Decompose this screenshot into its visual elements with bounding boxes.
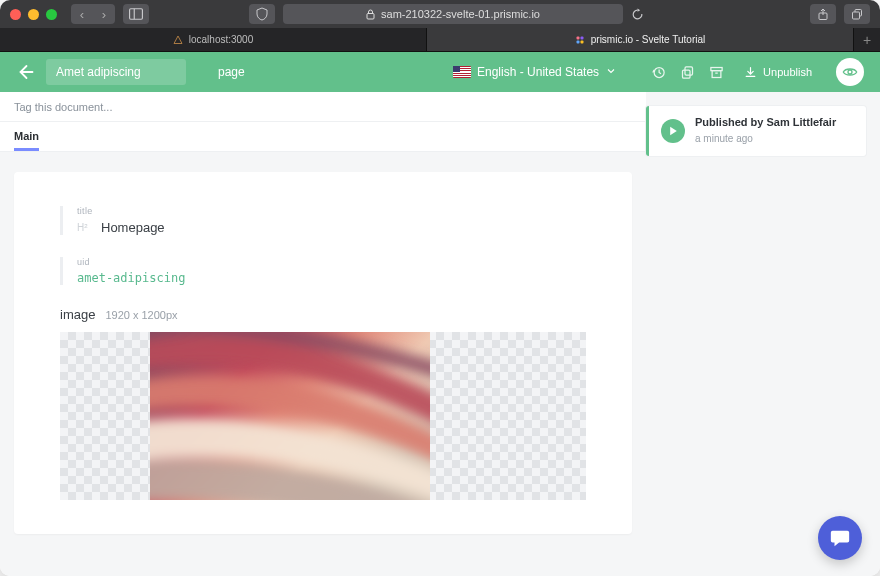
editor-tabs: Main <box>0 122 646 152</box>
browser-forward-button[interactable]: › <box>93 4 115 24</box>
field-title-label: title <box>77 206 586 216</box>
browser-tab-1[interactable]: prismic.io - Svelte Tutorial <box>427 28 854 51</box>
tab-main[interactable]: Main <box>14 130 39 151</box>
archive-icon[interactable] <box>709 65 724 80</box>
field-uid-label: uid <box>77 257 586 267</box>
play-icon <box>661 119 685 143</box>
svg-rect-12 <box>685 66 693 74</box>
language-selector[interactable]: English - United States <box>453 65 617 80</box>
browser-titlebar: ‹ › sam-210322-svelte-01.prismic.io <box>0 0 880 28</box>
app-toolbar: Amet adipiscing page English - United St… <box>0 52 880 92</box>
browser-url-text: sam-210322-svelte-01.prismic.io <box>381 8 540 20</box>
window-zoom-button[interactable] <box>46 9 57 20</box>
window-close-button[interactable] <box>10 9 21 20</box>
chat-icon <box>829 527 851 549</box>
window-minimize-button[interactable] <box>28 9 39 20</box>
browser-tab-1-label: prismic.io - Svelte Tutorial <box>591 34 705 45</box>
field-title-value: Homepage <box>101 220 165 235</box>
svg-rect-8 <box>576 40 579 43</box>
svg-rect-0 <box>130 9 143 20</box>
history-icon[interactable] <box>651 65 666 80</box>
back-button[interactable] <box>16 63 34 81</box>
browser-tabstrip: localhost:3000 prismic.io - Svelte Tutor… <box>0 28 880 52</box>
unpublish-button[interactable]: Unpublish <box>744 66 812 79</box>
flag-us-icon <box>453 66 471 78</box>
tags-input[interactable]: Tag this document... <box>0 92 646 122</box>
field-uid-value: amet-adipiscing <box>77 271 586 285</box>
svg-rect-6 <box>576 36 579 39</box>
download-icon <box>744 66 757 79</box>
field-image-label: image <box>60 307 95 322</box>
field-image[interactable]: image 1920 x 1200px <box>60 307 586 500</box>
svg-point-16 <box>848 70 852 74</box>
svg-rect-14 <box>712 70 721 77</box>
editor-card: title H² Homepage uid amet-adipiscing <box>14 172 632 534</box>
document-title-input[interactable]: Amet adipiscing <box>46 59 186 85</box>
svg-rect-11 <box>683 70 691 78</box>
document-type-label: page <box>218 65 245 79</box>
chevron-down-icon <box>605 65 617 80</box>
published-when-text: a minute ago <box>695 133 753 144</box>
chat-widget-button[interactable] <box>818 516 862 560</box>
browser-tab-0-label: localhost:3000 <box>189 34 254 45</box>
heading-icon: H² <box>77 222 91 233</box>
published-by-text: Published by Sam Littlefair <box>695 116 836 128</box>
copy-icon[interactable] <box>680 65 695 80</box>
svg-rect-7 <box>580 36 583 39</box>
image-preview[interactable] <box>60 332 586 500</box>
browser-new-tab-button[interactable]: + <box>854 28 880 51</box>
browser-sidebar-button[interactable] <box>123 4 149 24</box>
field-image-dimensions: 1920 x 1200px <box>105 309 177 321</box>
publish-status-card[interactable]: Published by Sam Littlefair a minute ago <box>646 106 866 156</box>
prismic-favicon <box>575 35 585 45</box>
field-uid[interactable]: uid amet-adipiscing <box>60 257 586 285</box>
svg-rect-9 <box>580 40 583 43</box>
privacy-shield-button[interactable] <box>249 4 275 24</box>
browser-reload-button[interactable] <box>627 4 647 24</box>
svg-rect-2 <box>367 13 374 19</box>
browser-back-button[interactable]: ‹ <box>71 4 93 24</box>
field-title[interactable]: title H² Homepage <box>60 206 586 235</box>
preview-button[interactable] <box>836 58 864 86</box>
browser-tabs-button[interactable] <box>844 4 870 24</box>
svg-rect-5 <box>853 12 860 19</box>
eye-icon <box>842 64 858 80</box>
browser-share-button[interactable] <box>810 4 836 24</box>
browser-urlbar[interactable]: sam-210322-svelte-01.prismic.io <box>283 4 623 24</box>
browser-tab-0[interactable]: localhost:3000 <box>0 28 427 51</box>
warning-icon <box>173 35 183 45</box>
